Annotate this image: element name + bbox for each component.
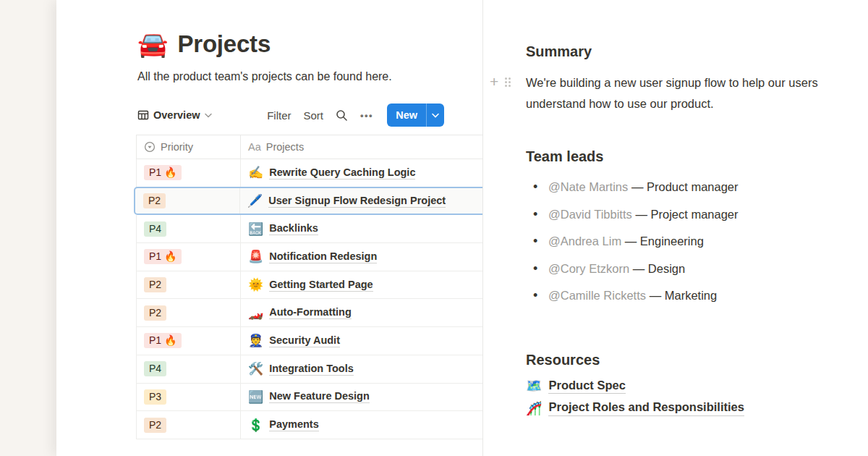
project-cell[interactable]: 🔙Backlinks — [241, 215, 482, 242]
view-label: Overview — [153, 109, 200, 121]
view-switcher[interactable]: Overview — [137, 109, 212, 121]
priority-badge[interactable]: P2 — [144, 305, 166, 321]
resources-list: 🗺️Product Spec🎢Project Roles and Respons… — [526, 379, 868, 416]
new-button-label[interactable]: New — [387, 104, 426, 127]
drag-handle-icon[interactable] — [505, 77, 511, 87]
search-icon[interactable] — [336, 109, 348, 122]
table-row[interactable]: P2🖊️User Signup Flow Redesign Project — [134, 187, 483, 216]
summary-block: + We're building a new user signup flow … — [526, 72, 868, 114]
table-row[interactable]: P1 🔥🚨Notification Redesign — [136, 243, 482, 271]
project-page-link[interactable]: Auto-Formatting — [269, 306, 352, 319]
user-mention[interactable]: @Andrea Lim — [548, 235, 621, 248]
priority-badge[interactable]: P2 — [144, 277, 166, 292]
priority-cell[interactable]: P2 — [136, 411, 241, 439]
project-page-link[interactable]: User Signup Flow Redesign Project — [268, 195, 446, 208]
resource-page-link[interactable]: 🎢Project Roles and Responsibilities — [526, 400, 868, 416]
priority-badge[interactable]: P2 — [143, 193, 166, 208]
project-page-link[interactable]: Integration Tools — [269, 363, 354, 376]
resources-heading: Resources — [526, 350, 868, 369]
page-title: Projects — [177, 30, 271, 58]
priority-cell[interactable]: P4 — [136, 355, 241, 383]
resource-page-title[interactable]: Project Roles and Responsibilities — [548, 400, 744, 416]
project-cell[interactable]: 👮Security Audit — [241, 327, 482, 355]
project-page-link[interactable]: Getting Started Page — [269, 279, 373, 292]
table-row[interactable]: P2💲Payments — [136, 411, 482, 439]
priority-column-label: Priority — [161, 141, 193, 153]
team-lead-item: @Andrea Lim — Engineering — [526, 228, 868, 256]
user-mention[interactable]: @Camille Ricketts — [548, 289, 646, 302]
team-lead-item: @David Tibbitts — Project manager — [526, 201, 868, 229]
project-page-icon: 🏎️ — [248, 307, 263, 319]
priority-cell[interactable]: P3 — [136, 384, 241, 411]
project-page-link[interactable]: Security Audit — [269, 334, 340, 347]
new-button-chevron-icon[interactable] — [426, 104, 444, 127]
page-icon[interactable]: 🚘 — [137, 32, 168, 56]
priority-badge[interactable]: P1 🔥 — [144, 333, 182, 348]
block-controls: + — [490, 75, 511, 89]
app-window: 🚘 Projects All the product team's projec… — [56, 0, 868, 456]
add-block-icon[interactable]: + — [490, 75, 498, 89]
project-cell[interactable]: 💲Payments — [241, 411, 482, 439]
project-page-icon: 🚨 — [248, 250, 263, 263]
project-page-link[interactable]: Rewrite Query Caching Logic — [269, 166, 415, 180]
priority-cell[interactable]: P1 🔥 — [136, 159, 241, 187]
table-row[interactable]: P1 🔥✍️Rewrite Query Caching Logic — [136, 159, 482, 187]
filter-button[interactable]: Filter — [267, 109, 291, 122]
priority-cell[interactable]: P2 — [135, 188, 240, 214]
project-page-link[interactable]: Notification Redesign — [269, 250, 377, 263]
priority-badge[interactable]: P1 🔥 — [144, 165, 182, 180]
project-cell[interactable]: ✍️Rewrite Query Caching Logic — [241, 159, 482, 187]
priority-cell[interactable]: P2 — [136, 271, 241, 299]
team-lead-item: @Nate Martins — Product manager — [526, 174, 868, 201]
project-page-link[interactable]: New Feature Design — [269, 390, 370, 403]
project-cell[interactable]: 🌞Getting Started Page — [241, 271, 482, 299]
project-page-icon: ✍️ — [248, 166, 263, 179]
project-cell[interactable]: 🆕New Feature Design — [241, 384, 482, 411]
sort-button[interactable]: Sort — [304, 109, 324, 122]
priority-badge[interactable]: P1 🔥 — [144, 249, 182, 264]
priority-badge[interactable]: P2 — [144, 418, 166, 433]
priority-cell[interactable]: P1 🔥 — [136, 327, 241, 355]
user-mention[interactable]: @Nate Martins — [548, 180, 628, 193]
table-view-icon — [137, 109, 149, 121]
priority-badge[interactable]: P4 — [144, 221, 166, 237]
table-row[interactable]: P4🛠️Integration Tools — [136, 355, 482, 384]
project-page-link[interactable]: Payments — [269, 418, 319, 431]
project-page-link[interactable]: Backlinks — [269, 222, 318, 235]
resource-page-link[interactable]: 🗺️Product Spec — [526, 379, 868, 394]
resource-page-title[interactable]: Product Spec — [548, 379, 625, 394]
team-lead-item: @Cory Etzkorn — Design — [526, 256, 868, 283]
priority-badge[interactable]: P4 — [144, 361, 166, 376]
table-row[interactable]: P2🌞Getting Started Page — [136, 271, 482, 300]
more-options-icon[interactable]: ••• — [360, 110, 373, 121]
user-mention[interactable]: @David Tibbitts — [548, 208, 632, 221]
priority-cell[interactable]: P4 — [136, 215, 241, 242]
table-row[interactable]: P2🏎️Auto-Formatting — [136, 299, 482, 327]
team-leads-heading: Team leads — [526, 147, 868, 166]
new-button[interactable]: New — [387, 104, 444, 127]
table-row[interactable]: P1 🔥👮Security Audit — [136, 327, 482, 355]
project-cell[interactable]: 🚨Notification Redesign — [241, 243, 482, 271]
projects-column-header[interactable]: Aa Projects — [241, 135, 482, 159]
priority-column-header[interactable]: Priority — [136, 135, 241, 159]
table-row[interactable]: P4🔙Backlinks — [136, 215, 482, 243]
project-cell[interactable]: 🏎️Auto-Formatting — [241, 299, 482, 326]
priority-badge[interactable]: P3 — [144, 389, 166, 405]
project-cell[interactable]: 🖊️User Signup Flow Redesign Project — [240, 188, 483, 214]
team-lead-item: @Camille Ricketts — Marketing — [526, 282, 868, 310]
project-cell[interactable]: 🛠️Integration Tools — [241, 355, 482, 383]
projects-table: Priority Aa Projects P1 🔥✍️Rewrite Query… — [136, 135, 482, 439]
title-property-icon: Aa — [248, 141, 261, 153]
page-description: All the product team's projects can be f… — [137, 67, 398, 85]
select-property-icon — [144, 141, 156, 153]
priority-cell[interactable]: P1 🔥 — [136, 243, 241, 271]
summary-text: We're building a new user signup flow to… — [526, 76, 818, 110]
user-mention[interactable]: @Cory Etzkorn — [548, 262, 629, 275]
table-row[interactable]: P3🆕New Feature Design — [136, 384, 482, 412]
project-page-icon: 🆕 — [248, 391, 263, 403]
project-page-icon: 🛠️ — [248, 363, 263, 375]
priority-cell[interactable]: P2 — [136, 299, 241, 326]
database-toolbar: Overview Filter Sort ••• New — [137, 104, 444, 127]
team-role: — Design — [633, 262, 685, 275]
toolbar-actions: Filter Sort ••• New — [267, 104, 444, 127]
